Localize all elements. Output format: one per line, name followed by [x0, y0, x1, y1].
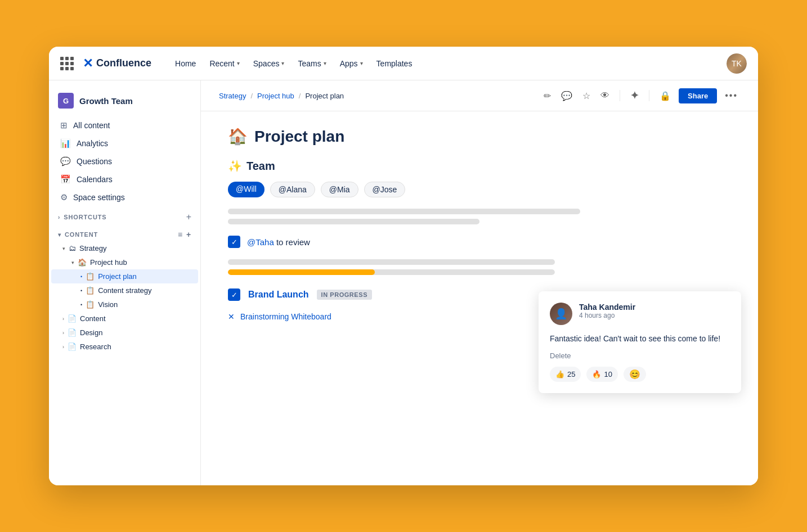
design-chevron-icon: › — [62, 330, 64, 336]
ai-icon[interactable]: ✦ — [628, 87, 641, 104]
team-tag-jose[interactable]: @Jose — [364, 182, 406, 197]
shortcuts-label[interactable]: › SHORTCUTS — [58, 214, 107, 220]
team-emoji: ✨ — [228, 159, 242, 173]
task-checkbox[interactable]: ✓ — [228, 236, 240, 248]
nav-spaces[interactable]: Spaces ▾ — [248, 56, 290, 71]
brand-launch-checkbox[interactable]: ✓ — [228, 288, 240, 301]
nav-home[interactable]: Home — [169, 56, 201, 71]
research-icon: 📄 — [68, 342, 77, 351]
fire-emoji: 🔥 — [592, 370, 601, 378]
progress-fill — [228, 269, 375, 275]
nav-apps[interactable]: Apps ▾ — [334, 56, 369, 71]
calendars-icon: 📅 — [60, 174, 71, 184]
research-chevron-icon: › — [62, 344, 64, 350]
brand-launch-name[interactable]: Brand Launch — [248, 290, 309, 300]
comment-avatar: 👤 — [550, 303, 572, 325]
reaction-thumbs-up[interactable]: 👍 25 — [550, 367, 581, 382]
avatar-image: TK — [727, 53, 747, 74]
tree-item-project-hub[interactable]: ▾ 🏠 Project hub — [51, 255, 198, 269]
tree-item-vision[interactable]: • 📋 Vision — [51, 297, 198, 312]
user-avatar[interactable]: TK — [727, 53, 747, 74]
breadcrumb-actions: ✏ 💬 ☆ 👁 ✦ 🔒 Share ••• — [541, 87, 740, 104]
add-reaction-button[interactable]: 😊 — [624, 367, 646, 382]
main-layout: G Growth Team ⊞ All content 📊 Analytics … — [49, 80, 758, 485]
sidebar-item-space-settings[interactable]: ⚙ Space settings — [51, 188, 198, 206]
recent-chevron-icon: ▾ — [237, 60, 240, 66]
page-title-section: 🏠 Project plan — [228, 127, 731, 146]
toolbar-divider — [620, 90, 620, 101]
nav-recent[interactable]: Recent ▾ — [204, 56, 245, 71]
placeholder-lines-1 — [228, 209, 731, 224]
lock-icon[interactable]: 🔒 — [657, 88, 673, 103]
shortcuts-add-icon[interactable]: + — [186, 212, 191, 222]
page-title: Project plan — [254, 128, 344, 146]
space-name: Growth Team — [79, 96, 133, 106]
strategy-icon: 🗂 — [69, 244, 76, 253]
more-actions-icon[interactable]: ••• — [723, 88, 740, 103]
star-icon[interactable]: ☆ — [580, 88, 593, 103]
nav-templates[interactable]: Templates — [371, 56, 418, 71]
task-mention[interactable]: @Taha — [247, 237, 274, 247]
tree-item-content[interactable]: › 📄 Content — [51, 312, 198, 326]
filter-icon[interactable]: ≡ — [178, 230, 183, 239]
breadcrumb-project-hub[interactable]: Project hub — [257, 92, 294, 100]
comment-reactions: 👍 25 🔥 10 😊 — [550, 367, 730, 382]
sidebar-item-analytics[interactable]: 📊 Analytics — [51, 134, 198, 152]
content-strategy-icon: 📋 — [86, 286, 95, 295]
top-nav: ✕ Confluence Home Recent ▾ Spaces ▾ Team… — [49, 47, 758, 80]
sidebar-item-calendars[interactable]: 📅 Calendars — [51, 170, 198, 188]
breadcrumb-bar: Strategy / Project hub / Project plan ✏ … — [201, 80, 758, 111]
project-hub-icon: 🏠 — [78, 258, 87, 267]
breadcrumb: Strategy / Project hub / Project plan — [219, 92, 344, 100]
sidebar-item-all-content[interactable]: ⊞ All content — [51, 116, 198, 134]
tree-item-design[interactable]: › 📄 Design — [51, 326, 198, 340]
add-content-icon[interactable]: + — [186, 230, 191, 239]
share-button[interactable]: Share — [679, 88, 717, 103]
reaction-fire[interactable]: 🔥 10 — [586, 367, 617, 382]
progress-line-grey — [228, 259, 555, 265]
nav-teams[interactable]: Teams ▾ — [292, 56, 331, 71]
thumbs-up-emoji: 👍 — [555, 370, 564, 378]
fire-count: 10 — [604, 370, 612, 378]
breadcrumb-current: Project plan — [305, 92, 344, 100]
watch-icon[interactable]: 👁 — [598, 88, 612, 103]
space-settings-icon: ⚙ — [60, 192, 68, 202]
edit-icon[interactable]: ✏ — [541, 88, 553, 103]
strategy-chevron-icon: ▾ — [62, 246, 65, 251]
apps-chevron-icon: ▾ — [360, 60, 363, 66]
whiteboard-label: Brainstorming Whiteboard — [240, 312, 331, 321]
apps-grid-icon[interactable] — [60, 57, 74, 70]
tree-item-project-plan[interactable]: • 📋 Project plan — [51, 269, 198, 283]
task-row: ✓ @Taha to review — [228, 236, 731, 248]
team-tag-mia[interactable]: @Mia — [321, 182, 358, 197]
confluence-logo[interactable]: ✕ Confluence — [83, 56, 151, 71]
main-window: ✕ Confluence Home Recent ▾ Spaces ▾ Team… — [49, 47, 758, 485]
analytics-icon: 📊 — [60, 138, 71, 148]
toolbar-divider2 — [649, 90, 649, 101]
team-tag-will[interactable]: @Will — [228, 182, 264, 197]
progress-track — [228, 269, 555, 275]
vision-icon: 📋 — [86, 300, 95, 309]
in-progress-badge: IN PROGRESS — [317, 290, 372, 300]
breadcrumb-sep-1: / — [250, 92, 253, 100]
shortcuts-chevron-icon: › — [58, 214, 60, 220]
sidebar-item-questions[interactable]: 💬 Questions — [51, 152, 198, 170]
space-icon: G — [58, 93, 74, 109]
breadcrumb-sep-2: / — [299, 92, 301, 100]
tree-item-content-strategy[interactable]: • 📋 Content strategy — [51, 283, 198, 297]
team-tag-alana[interactable]: @Alana — [270, 182, 315, 197]
team-heading: Team — [246, 160, 275, 173]
project-hub-chevron-icon: ▾ — [71, 260, 74, 265]
tree-item-research[interactable]: › 📄 Research — [51, 340, 198, 354]
thumbs-up-count: 25 — [567, 370, 575, 378]
progress-line-yellow — [228, 269, 555, 275]
comment-delete[interactable]: Delete — [550, 351, 730, 360]
breadcrumb-strategy[interactable]: Strategy — [219, 92, 246, 100]
space-header[interactable]: G Growth Team — [49, 89, 200, 116]
comment-icon[interactable]: 💬 — [559, 88, 575, 103]
content-icon: 📄 — [68, 314, 77, 323]
nav-links: Home Recent ▾ Spaces ▾ Teams ▾ Apps ▾ — [169, 56, 722, 71]
tree-item-strategy[interactable]: ▾ 🗂 Strategy — [51, 241, 198, 255]
comment-meta: Taha Kandemir 4 hours ago — [579, 303, 730, 325]
comment-body: Fantastic idea! Can't wait to see this c… — [550, 333, 730, 345]
